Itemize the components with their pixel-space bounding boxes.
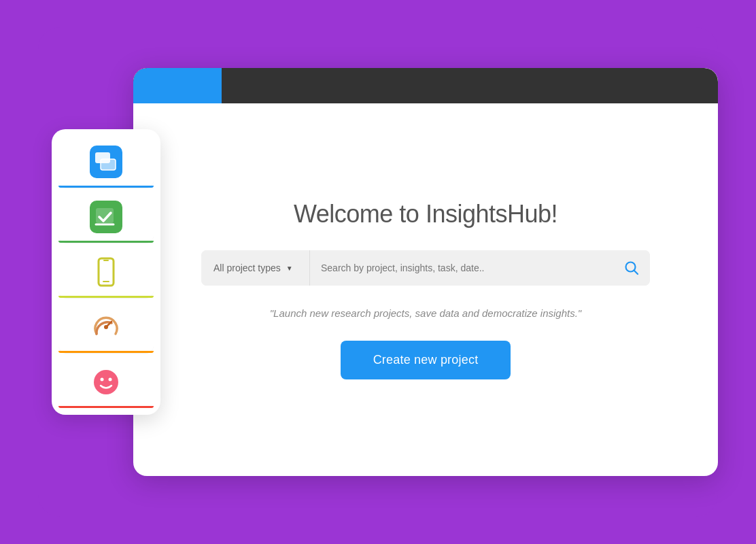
smiley-icon-wrapper — [90, 366, 122, 398]
sidebar-item-analytics[interactable] — [58, 301, 154, 354]
mobile-icon — [94, 257, 118, 287]
panel-content: Welcome to InsightsHub! All project type… — [133, 103, 718, 476]
search-row: All project types ▼ — [201, 250, 650, 286]
svg-rect-6 — [103, 260, 109, 261]
filter-label: All project types — [213, 262, 281, 273]
sidebar — [52, 129, 160, 415]
chat-icon-wrapper — [90, 146, 122, 178]
main-panel: Welcome to InsightsHub! All project type… — [133, 68, 718, 476]
chevron-down-icon: ▼ — [286, 265, 293, 272]
tagline: "Launch new research projects, save data… — [270, 307, 581, 319]
svg-point-12 — [109, 378, 112, 381]
outer-container: Welcome to InsightsHub! All project type… — [38, 27, 718, 517]
svg-rect-1 — [101, 159, 116, 170]
smiley-icon — [91, 367, 121, 397]
sidebar-item-chat[interactable] — [58, 136, 154, 188]
check-icon — [94, 205, 118, 229]
search-button[interactable] — [613, 250, 650, 286]
svg-point-11 — [101, 378, 104, 381]
svg-line-14 — [634, 271, 638, 275]
chat-icon — [94, 150, 118, 174]
tasks-icon-wrapper — [90, 201, 122, 233]
sidebar-item-mobile[interactable] — [58, 246, 154, 299]
mobile-icon-wrapper — [90, 256, 122, 288]
sidebar-item-feedback[interactable] — [58, 356, 154, 408]
project-type-filter[interactable]: All project types ▼ — [201, 250, 310, 286]
svg-point-10 — [94, 370, 118, 394]
create-new-project-button[interactable]: Create new project — [341, 341, 511, 379]
speedometer-icon — [91, 312, 121, 342]
panel-header — [133, 68, 718, 103]
sidebar-item-tasks[interactable] — [58, 191, 154, 243]
active-tab[interactable] — [133, 68, 222, 103]
svg-point-9 — [104, 325, 108, 329]
search-icon — [624, 260, 639, 275]
welcome-title: Welcome to InsightsHub! — [294, 200, 557, 228]
svg-rect-7 — [103, 281, 109, 282]
speedometer-icon-wrapper — [90, 311, 122, 343]
search-input[interactable] — [310, 250, 613, 286]
